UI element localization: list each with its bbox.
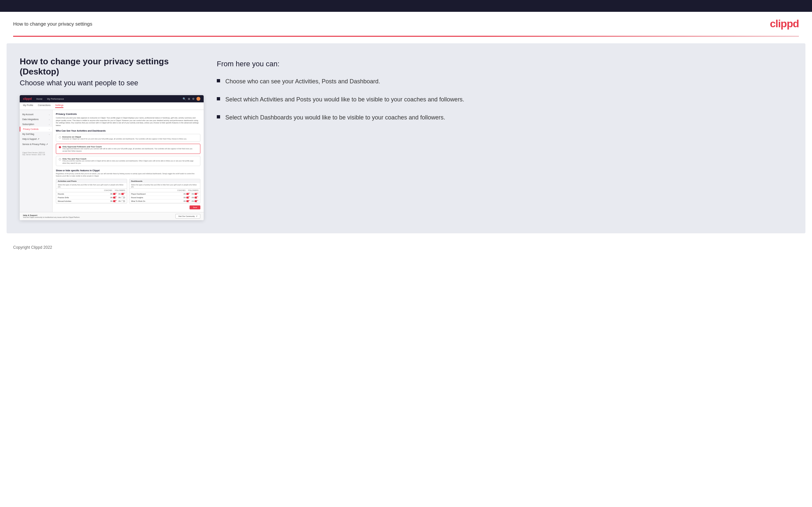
search-icon: 🔍 — [183, 98, 186, 100]
visit-community-button[interactable]: Visit Our Community ↗ — [175, 214, 200, 219]
toggle-switch — [121, 196, 125, 199]
player-followers-toggle: ON — [192, 193, 198, 195]
followers-header-d: FOLLOWERS — [188, 189, 198, 191]
chevron-right-icon: › — [49, 118, 50, 120]
bullet-text-2: Select which Activities and Posts you wo… — [225, 96, 464, 104]
sidebar-my-account: My Account › — [20, 112, 52, 117]
mockup-nav-home: Home — [37, 98, 43, 100]
dashboards-desc: Select the types of activity that you'd … — [130, 183, 200, 189]
left-column: How to change your privacy settings (Des… — [20, 56, 204, 220]
chevron-right-icon: › — [49, 133, 50, 135]
sidebar-privacy-controls: Privacy Controls › — [20, 127, 52, 131]
toggle-switch — [195, 193, 198, 195]
row-round-insights: Round Insights ON ON — [130, 196, 200, 200]
bullet-item-1: Choose who can see your Activities, Post… — [217, 77, 792, 86]
bullet-square-3 — [217, 115, 220, 118]
mockup-navbar: clippd Home My Performance 🔍 ⊞ ⚙ — [20, 95, 204, 102]
chevron-right-icon: › — [49, 114, 50, 115]
mockup-nav-icons: 🔍 ⊞ ⚙ — [183, 97, 200, 101]
help-desc: Visit the Clippd community to troublesho… — [23, 216, 80, 218]
chevron-right-icon: › — [49, 128, 50, 130]
work-followers-toggle: ON — [192, 200, 198, 202]
followers-header: FOLLOWERS — [115, 189, 125, 191]
activities-table: Activities and Posts Select the types of… — [56, 179, 127, 204]
work-coaches-toggle: ON — [184, 200, 191, 202]
toggle-switch — [186, 200, 190, 202]
page-title: How to change your privacy settings (Des… — [20, 56, 204, 77]
from-here-title: From here you can: — [217, 60, 792, 68]
save-button[interactable]: Save — [190, 206, 200, 209]
radio-group: Everyone on Clippd Everyone on Clippd ca… — [56, 134, 200, 166]
rounds-followers-toggle: ON — [118, 193, 125, 195]
row-player-dashboard: Player Dashboard ON ON — [130, 192, 200, 196]
radio-dot-coach — [59, 158, 61, 161]
radio-desc-everyone: Everyone on Clippd can search for you an… — [62, 138, 187, 140]
who-can-see-title: Who Can See Your Activities and Dashboar… — [56, 130, 200, 132]
showhide-desc: Regardless of the privacy controls that … — [56, 173, 200, 177]
subnav-connections: Connections — [38, 104, 51, 108]
header-divider — [13, 36, 799, 37]
toggle-switch — [195, 196, 198, 199]
toggle-switch — [121, 200, 125, 202]
bullet-text-1: Choose who can see your Activities, Post… — [225, 77, 380, 86]
dashboards-table: Dashboards Select the types of activity … — [129, 179, 200, 204]
sidebar-privacy-policy: Service & Privacy Policy ↗ — [20, 142, 52, 147]
drills-coaches-toggle: ON — [110, 196, 117, 199]
toggle-switch — [113, 196, 117, 199]
sidebar-data-integrations: Data Integrations › — [20, 117, 52, 122]
row-practice-drills: Practice Drills ON ON — [56, 196, 127, 200]
insights-coaches-toggle: ON — [184, 196, 191, 199]
mockup-description: Control how you and your data appears to… — [56, 117, 200, 127]
sidebar-help-support: Help & Support ↗ — [20, 136, 52, 142]
toggle-switch — [186, 196, 190, 199]
bullet-item-3: Select which Dashboards you would like t… — [217, 114, 792, 122]
dashboards-subheader: COACHES FOLLOWERS — [130, 189, 200, 192]
mockup-help-section: Help & Support Visit the Clippd communit… — [20, 212, 204, 220]
external-link-icon: ↗ — [196, 215, 197, 217]
user-avatar — [196, 97, 200, 101]
mockup-subnav: My Profile Connections Settings — [20, 102, 204, 110]
mockup-screenshot: clippd Home My Performance 🔍 ⊞ ⚙ My Prof… — [20, 95, 204, 220]
footer: Copyright Clippd 2022 — [0, 240, 812, 255]
toggle-switch — [113, 200, 117, 202]
manual-followers-toggle: ON — [118, 200, 125, 202]
toggle-tables: Activities and Posts Select the types of… — [56, 179, 200, 204]
bullet-list: Choose who can see your Activities, Post… — [217, 77, 792, 122]
insights-followers-toggle: ON — [192, 196, 198, 199]
sidebar-golf-bag: My Golf Bag › — [20, 131, 52, 136]
subnav-profile: My Profile — [23, 104, 33, 108]
dashboards-header: Dashboards — [130, 179, 200, 183]
radio-dot-followers — [59, 146, 61, 148]
mockup-main-panel: Privacy Controls Control how you and you… — [53, 110, 204, 212]
mockup-body: My Account › Data Integrations › Subscri… — [20, 110, 204, 212]
header: How to change your privacy settings clip… — [0, 12, 812, 36]
mockup-nav-performance: My Performance — [47, 98, 64, 100]
coaches-header: COACHES — [104, 189, 112, 191]
subnav-settings: Settings — [55, 104, 63, 108]
rounds-coaches-toggle: ON — [110, 193, 117, 195]
top-bar — [0, 0, 812, 12]
showhide-title: Show or hide specific features in Clippd — [56, 169, 200, 172]
row-manual-activities: Manual Activities ON ON — [56, 200, 127, 203]
settings-icon: ⚙ — [192, 98, 195, 100]
sidebar-subscription: Subscription › — [20, 122, 52, 127]
radio-everyone: Everyone on Clippd Everyone on Clippd ca… — [56, 134, 200, 142]
main-content: How to change your privacy settings (Des… — [7, 43, 805, 233]
bullet-item-2: Select which Activities and Posts you wo… — [217, 96, 792, 104]
radio-followers: Only Approved Followers and Your Coach O… — [56, 144, 200, 154]
mockup-section-title: Privacy Controls — [56, 113, 200, 115]
toggle-switch — [121, 193, 125, 195]
coaches-header-d: COACHES — [177, 189, 186, 191]
logo: clippd — [770, 18, 799, 30]
row-rounds: Rounds ON ON — [56, 192, 127, 196]
toggle-switch — [186, 193, 190, 195]
copyright-text: Copyright Clippd 2022 — [13, 245, 52, 250]
grid-icon: ⊞ — [188, 98, 190, 100]
page-subtitle: Choose what you want people to see — [20, 79, 204, 87]
player-coaches-toggle: ON — [184, 193, 191, 195]
bullet-text-3: Select which Dashboards you would like t… — [225, 114, 445, 122]
activities-header: Activities and Posts — [56, 179, 127, 183]
radio-desc-coach: Only you and the coaches you connect wit… — [62, 160, 197, 164]
header-title: How to change your privacy settings — [13, 21, 92, 26]
mockup-sidebar: My Account › Data Integrations › Subscri… — [20, 110, 53, 212]
